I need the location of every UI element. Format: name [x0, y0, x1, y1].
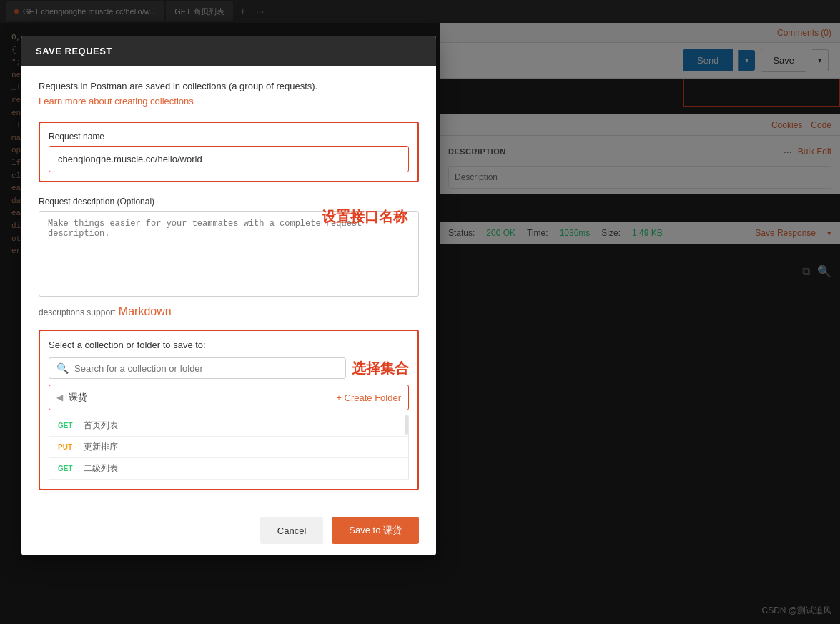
- markdown-note: descriptions support Markdown: [39, 305, 419, 318]
- save-to-button[interactable]: Save to 课货: [332, 517, 419, 544]
- modal-title: SAVE REQUEST: [36, 46, 112, 56]
- folder-list: GET 首页列表 PUT 更新排序 GET 二级列表: [49, 415, 409, 480]
- method-badge-put-1: PUT: [58, 443, 78, 451]
- markdown-link[interactable]: Markdown: [119, 305, 172, 317]
- annotation-collection: 选择集合: [352, 359, 409, 378]
- save-request-modal: SAVE REQUEST Requests in Postman are sav…: [21, 36, 436, 555]
- method-badge-get-2: GET: [58, 465, 78, 472]
- scrollbar[interactable]: [405, 415, 408, 435]
- folder-item-name-1: 更新排序: [84, 441, 118, 453]
- folder-item-2[interactable]: GET 二级列表: [49, 458, 408, 480]
- modal-intro-text: Requests in Postman are saved in collect…: [39, 81, 419, 91]
- search-icon: 🔍: [56, 362, 69, 374]
- collection-search-input[interactable]: [74, 363, 338, 374]
- modal-header: SAVE REQUEST: [21, 36, 436, 66]
- method-badge-get-0: GET: [58, 422, 78, 430]
- collection-name: 课货: [69, 391, 87, 404]
- collection-item[interactable]: ◀ 课货 + Create Folder: [49, 385, 409, 410]
- modal-body: Requests in Postman are saved in collect…: [21, 66, 436, 505]
- description-textarea[interactable]: [39, 211, 419, 297]
- collection-arrow-icon: ◀: [56, 392, 63, 402]
- folder-item-0[interactable]: GET 首页列表: [49, 415, 408, 437]
- request-name-input[interactable]: [49, 146, 409, 172]
- folder-item-name-2: 二级列表: [84, 462, 118, 475]
- folder-item-1[interactable]: PUT 更新排序: [49, 437, 408, 458]
- collection-label: Select a collection or folder to save to…: [49, 340, 409, 350]
- markdown-note-text: descriptions support: [39, 307, 115, 317]
- description-label: Request description (Optional): [39, 197, 419, 207]
- learn-more-link[interactable]: Learn more about creating collections: [39, 96, 194, 107]
- collection-section: Select a collection or folder to save to…: [39, 330, 419, 490]
- collection-search-box: 🔍: [49, 357, 346, 379]
- search-and-annotation: 🔍 选择集合: [49, 357, 409, 379]
- description-section: Request description (Optional): [39, 197, 419, 299]
- folder-item-name-0: 首页列表: [84, 420, 118, 432]
- request-name-section: Request name 设置接口名称: [39, 122, 419, 182]
- create-folder-link[interactable]: + Create Folder: [87, 392, 401, 403]
- modal-footer: Cancel Save to 课货: [21, 505, 436, 555]
- request-name-label: Request name: [49, 132, 409, 142]
- cancel-button[interactable]: Cancel: [260, 517, 323, 544]
